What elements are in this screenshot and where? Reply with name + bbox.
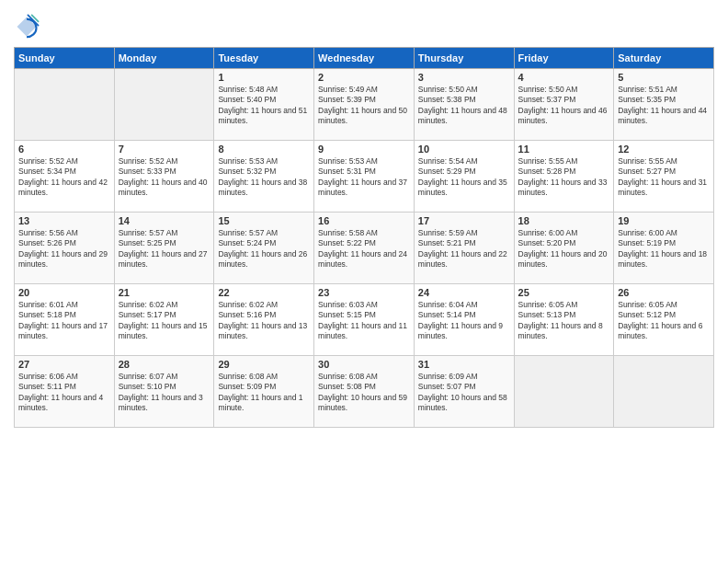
day-detail: Sunrise: 5:52 AMSunset: 5:33 PMDaylight:… [119,156,210,199]
day-detail: Sunrise: 5:51 AMSunset: 5:35 PMDaylight:… [618,85,710,127]
day-detail: Sunrise: 5:58 AMSunset: 5:22 PMDaylight:… [318,228,410,270]
day-cell: 9Sunrise: 5:53 AMSunset: 5:31 PMDaylight… [314,141,415,213]
day-cell: 26Sunrise: 6:05 AMSunset: 5:12 PMDayligh… [614,284,714,356]
day-detail: Sunrise: 5:49 AMSunset: 5:39 PMDaylight:… [318,85,410,127]
day-detail: Sunrise: 5:50 AMSunset: 5:37 PMDaylight:… [518,85,610,127]
day-number: 24 [418,287,510,298]
day-number: 4 [518,72,610,83]
day-number: 28 [119,359,210,370]
weekday-wednesday: Wednesday [314,48,415,69]
weekday-thursday: Thursday [414,48,514,69]
day-number: 15 [218,215,310,226]
day-number: 12 [618,144,710,155]
day-detail: Sunrise: 5:55 AMSunset: 5:28 PMDaylight:… [518,156,610,199]
day-detail: Sunrise: 5:52 AMSunset: 5:34 PMDaylight:… [18,156,110,199]
weekday-monday: Monday [114,48,214,69]
day-cell: 19Sunrise: 6:00 AMSunset: 5:19 PMDayligh… [614,213,714,284]
day-cell: 11Sunrise: 5:55 AMSunset: 5:28 PMDayligh… [514,141,614,213]
day-cell: 29Sunrise: 6:08 AMSunset: 5:09 PMDayligh… [214,356,314,428]
day-number: 21 [119,287,210,298]
day-cell: 2Sunrise: 5:49 AMSunset: 5:39 PMDaylight… [314,69,415,141]
day-number: 19 [618,215,710,226]
day-detail: Sunrise: 5:59 AMSunset: 5:21 PMDaylight:… [418,228,510,270]
day-number: 23 [318,287,410,298]
day-number: 25 [518,287,610,298]
day-detail: Sunrise: 6:08 AMSunset: 5:09 PMDaylight:… [218,372,310,414]
day-detail: Sunrise: 6:05 AMSunset: 5:13 PMDaylight:… [518,300,610,342]
day-number: 18 [518,215,610,226]
day-number: 17 [418,215,510,226]
day-detail: Sunrise: 5:53 AMSunset: 5:31 PMDaylight:… [318,156,410,199]
day-cell: 31Sunrise: 6:09 AMSunset: 5:07 PMDayligh… [414,356,514,428]
day-number: 6 [18,144,110,155]
day-cell: 6Sunrise: 5:52 AMSunset: 5:34 PMDaylight… [15,141,115,213]
day-number: 13 [18,215,110,226]
day-detail: Sunrise: 5:54 AMSunset: 5:29 PMDaylight:… [418,156,510,199]
day-detail: Sunrise: 6:01 AMSunset: 5:18 PMDaylight:… [18,300,110,342]
logo [14,14,43,40]
day-number: 29 [218,359,310,370]
day-detail: Sunrise: 6:02 AMSunset: 5:17 PMDaylight:… [119,300,210,342]
day-detail: Sunrise: 5:50 AMSunset: 5:38 PMDaylight:… [418,85,510,127]
day-number: 10 [418,144,510,155]
day-cell: 1Sunrise: 5:48 AMSunset: 5:40 PMDaylight… [214,69,314,141]
day-cell: 10Sunrise: 5:54 AMSunset: 5:29 PMDayligh… [414,141,514,213]
day-detail: Sunrise: 6:06 AMSunset: 5:11 PMDaylight:… [18,372,110,414]
day-number: 31 [418,359,510,370]
day-number: 26 [618,287,710,298]
day-cell: 24Sunrise: 6:04 AMSunset: 5:14 PMDayligh… [414,284,514,356]
day-detail: Sunrise: 5:57 AMSunset: 5:24 PMDaylight:… [218,228,310,270]
day-detail: Sunrise: 5:56 AMSunset: 5:26 PMDaylight:… [18,228,110,270]
day-cell [114,69,214,141]
day-cell: 4Sunrise: 5:50 AMSunset: 5:37 PMDaylight… [514,69,614,141]
day-cell: 16Sunrise: 5:58 AMSunset: 5:22 PMDayligh… [314,213,415,284]
day-detail: Sunrise: 6:04 AMSunset: 5:14 PMDaylight:… [418,300,510,342]
day-cell: 18Sunrise: 6:00 AMSunset: 5:20 PMDayligh… [514,213,614,284]
day-detail: Sunrise: 6:00 AMSunset: 5:19 PMDaylight:… [618,228,710,270]
day-detail: Sunrise: 5:57 AMSunset: 5:25 PMDaylight:… [119,228,210,270]
calendar-table: SundayMondayTuesdayWednesdayThursdayFrid… [14,47,714,428]
day-detail: Sunrise: 6:03 AMSunset: 5:15 PMDaylight:… [318,300,410,342]
day-number: 27 [18,359,110,370]
week-row-2: 6Sunrise: 5:52 AMSunset: 5:34 PMDaylight… [15,141,714,213]
day-number: 20 [18,287,110,298]
day-number: 1 [218,72,310,83]
day-cell: 3Sunrise: 5:50 AMSunset: 5:38 PMDaylight… [414,69,514,141]
week-row-5: 27Sunrise: 6:06 AMSunset: 5:11 PMDayligh… [15,356,714,428]
day-number: 5 [618,72,710,83]
weekday-saturday: Saturday [614,48,714,69]
day-cell: 20Sunrise: 6:01 AMSunset: 5:18 PMDayligh… [15,284,115,356]
week-row-1: 1Sunrise: 5:48 AMSunset: 5:40 PMDaylight… [15,69,714,141]
day-cell: 30Sunrise: 6:08 AMSunset: 5:08 PMDayligh… [314,356,415,428]
day-detail: Sunrise: 6:08 AMSunset: 5:08 PMDaylight:… [318,372,410,414]
logo-icon [14,14,40,40]
day-detail: Sunrise: 6:09 AMSunset: 5:07 PMDaylight:… [418,372,510,414]
day-cell: 13Sunrise: 5:56 AMSunset: 5:26 PMDayligh… [15,213,115,284]
day-cell: 14Sunrise: 5:57 AMSunset: 5:25 PMDayligh… [114,213,214,284]
day-detail: Sunrise: 6:05 AMSunset: 5:12 PMDaylight:… [618,300,710,342]
day-number: 30 [318,359,410,370]
day-cell [614,356,714,428]
weekday-tuesday: Tuesday [214,48,314,69]
day-cell: 7Sunrise: 5:52 AMSunset: 5:33 PMDaylight… [114,141,214,213]
weekday-sunday: Sunday [15,48,115,69]
header [14,9,714,40]
weekday-friday: Friday [514,48,614,69]
day-cell: 21Sunrise: 6:02 AMSunset: 5:17 PMDayligh… [114,284,214,356]
day-cell: 15Sunrise: 5:57 AMSunset: 5:24 PMDayligh… [214,213,314,284]
day-detail: Sunrise: 6:02 AMSunset: 5:16 PMDaylight:… [218,300,310,342]
weekday-header-row: SundayMondayTuesdayWednesdayThursdayFrid… [15,48,714,69]
day-cell: 8Sunrise: 5:53 AMSunset: 5:32 PMDaylight… [214,141,314,213]
day-cell: 25Sunrise: 6:05 AMSunset: 5:13 PMDayligh… [514,284,614,356]
day-number: 11 [518,144,610,155]
week-row-4: 20Sunrise: 6:01 AMSunset: 5:18 PMDayligh… [15,284,714,356]
day-cell: 17Sunrise: 5:59 AMSunset: 5:21 PMDayligh… [414,213,514,284]
day-cell: 27Sunrise: 6:06 AMSunset: 5:11 PMDayligh… [15,356,115,428]
day-detail: Sunrise: 5:48 AMSunset: 5:40 PMDaylight:… [218,85,310,127]
day-detail: Sunrise: 6:00 AMSunset: 5:20 PMDaylight:… [518,228,610,270]
day-cell [514,356,614,428]
day-cell: 5Sunrise: 5:51 AMSunset: 5:35 PMDaylight… [614,69,714,141]
day-cell: 23Sunrise: 6:03 AMSunset: 5:15 PMDayligh… [314,284,415,356]
day-number: 3 [418,72,510,83]
day-detail: Sunrise: 5:53 AMSunset: 5:32 PMDaylight:… [218,156,310,199]
